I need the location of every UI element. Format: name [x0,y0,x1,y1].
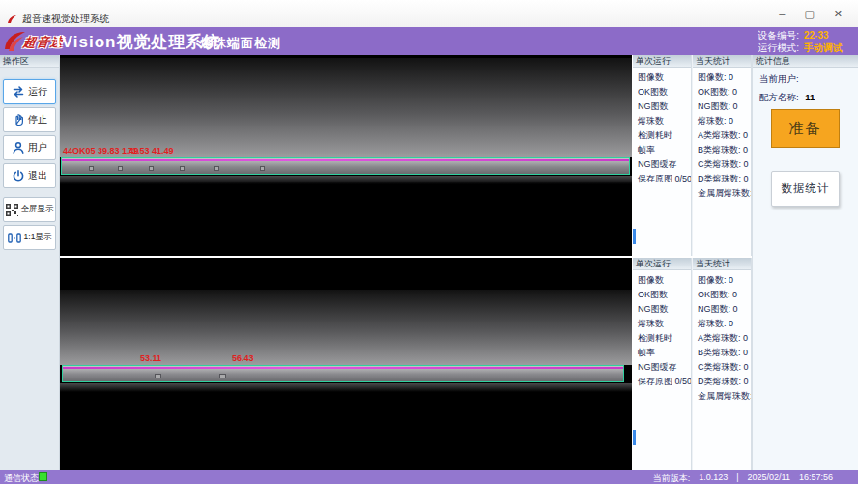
daily-stats-title: 当天统计 [693,55,751,68]
info-panel-title: 统计信息 [753,55,858,68]
stat-row: D类熔珠数: 0 [693,375,751,389]
image-background [60,58,632,157]
run-button[interactable]: 运行 [3,79,56,104]
comm-status-indicator [39,472,47,481]
user-icon [12,141,25,154]
stat-row: D类熔珠数: 0 [693,172,751,186]
stat-row: B类熔珠数: 0 [693,346,751,360]
stat-row: 图像数 [633,273,691,288]
detection-edge-line [63,367,623,369]
stats-group-top: 单次运行 图像数 OK图数 NG图数 熔珠数 检测耗时 帧率 NG图缓存 保存原… [633,55,752,256]
detected-bead-strip [62,365,624,382]
os-titlebar: 超音速视觉处理系统 – ▢ ✕ [0,0,858,27]
status-bar: 通信状态: 当前版本: 1.0.123 | 2025/02/11 16:57:5… [0,470,858,484]
current-user-value [799,73,803,84]
statistics-info-panel: 统计信息 当前用户: 配方名称: 11 准备 数据统计 [752,55,858,470]
stat-row: B类熔珠数: 0 [693,143,751,157]
sidebar-title: 操作区 [0,55,59,68]
current-user-label: 当前用户: [759,73,799,84]
splitter-handle[interactable] [633,229,636,244]
stat-row: 熔珠数 [633,317,691,331]
stat-row: A类熔珠数: 0 [693,128,751,143]
version-value: 1.0.123 [699,472,728,485]
comm-status-label: 通信状态: [4,472,42,485]
splitter-handle[interactable] [633,430,636,445]
single-run-title: 单次运行 [633,55,691,68]
stat-row: NG图数: 0 [693,99,751,114]
run-button-label: 运行 [28,85,47,98]
stat-row: OK图数 [633,85,691,99]
stat-row: C类熔珠数: 0 [693,157,751,172]
run-icon [12,85,25,98]
app-header: 超音速 IVision视觉处理系统 熔珠端面检测 配方 设置 外侧相机 内侧相机… [0,27,858,55]
stat-row: 保存原图 0/500 [633,375,691,389]
app-logo-icon [7,14,17,25]
camera-viewport-top[interactable]: 44OK05 39.83 1.49 71.53 41.49 [60,55,632,256]
single-run-panel: 单次运行 图像数 OK图数 NG图数 熔珠数 检测耗时 帧率 NG图缓存 保存原… [633,55,692,256]
stat-row: NG图数: 0 [693,302,751,317]
stat-row: NG图缓存 [633,157,691,172]
run-mode-value: 手动调试 [804,42,843,54]
device-id-label: 设备编号: [758,29,799,42]
fullscreen-icon [6,204,18,216]
stat-row: 检测耗时 [633,331,691,346]
stat-row: 图像数: 0 [693,70,751,85]
power-icon [12,169,25,182]
daily-stats-title: 当天统计 [693,258,751,270]
exit-button[interactable]: 退出 [3,163,56,188]
maximize-button[interactable]: ▢ [804,8,814,19]
stop-button[interactable]: 停止 [3,107,56,132]
stat-row: 熔珠数: 0 [693,317,751,331]
status-date: 2025/02/11 [748,472,790,485]
one-to-one-icon [8,232,21,244]
stat-row: 帧率 [633,346,691,360]
stat-row: 保存原图 0/500 [633,172,691,186]
status-separator: | [736,472,738,485]
run-mode-label: 运行模式: [758,42,799,54]
window-title: 超音速视觉处理系统 [22,13,109,26]
user-button-label: 用户 [28,141,47,154]
stat-row: 金属屑熔珠数: 0 [693,389,751,404]
stat-row: C类熔珠数: 0 [693,360,751,375]
close-button[interactable]: ✕ [834,8,843,19]
stat-row: 图像数: 0 [693,273,751,288]
detection-edge-line [62,159,629,161]
app-subtitle: 熔珠端面检测 [200,35,281,52]
one-to-one-button[interactable]: 1:1显示 [3,225,56,250]
fullscreen-button[interactable]: 全屏显示 [3,197,56,222]
recipe-name-label: 配方名称: [759,92,799,102]
stop-button-label: 停止 [28,113,47,126]
one-to-one-button-label: 1:1显示 [24,232,52,243]
image-shadow [60,383,632,392]
single-run-panel: 单次运行 图像数 OK图数 NG图数 熔珠数 检测耗时 帧率 NG图缓存 保存原… [633,258,692,470]
stats-group-bottom: 单次运行 图像数 OK图数 NG图数 熔珠数 检测耗时 帧率 NG图缓存 保存原… [633,258,752,470]
measurement-annotation: 56.43 [232,353,254,363]
stat-row: NG图数 [633,99,691,114]
device-info: 设备编号: 22-33 运行模式: 手动调试 [758,29,843,54]
stop-hand-icon [12,113,25,126]
operation-sidebar: 操作区 运行 停止 用户 退出 [0,55,60,470]
image-shadow [60,176,632,184]
stat-row: 检测耗时 [633,128,691,143]
detected-bead-strip [61,157,630,175]
stat-row: NG图缓存 [633,360,691,375]
data-statistics-button[interactable]: 数据统计 [771,171,840,207]
stat-row: 图像数 [633,70,691,85]
app-title: IVision视觉处理系统 [56,31,220,53]
stat-row: NG图数 [633,302,691,317]
stat-row: OK图数 [633,288,691,302]
stat-row: 金属屑熔珠数: 0 [693,186,751,201]
stat-row: 帧率 [633,143,691,157]
stat-row: OK图数: 0 [693,288,751,302]
daily-stats-panel: 当天统计 图像数: 0 OK图数: 0 NG图数: 0 熔珠数: 0 A类熔珠数… [693,258,752,470]
device-id-value: 22-33 [804,29,829,42]
minimize-button[interactable]: – [779,8,785,19]
measurement-annotation: 53.11 [140,353,161,363]
prepare-button[interactable]: 准备 [771,109,840,148]
camera-viewport-bottom[interactable]: 53.11 56.43 [60,258,632,470]
stat-row: OK图数: 0 [693,85,751,99]
stat-row: 熔珠数 [633,114,691,128]
user-button[interactable]: 用户 [3,135,56,160]
daily-stats-panel: 当天统计 图像数: 0 OK图数: 0 NG图数: 0 熔珠数: 0 A类熔珠数… [693,55,752,256]
single-run-title: 单次运行 [633,258,691,270]
